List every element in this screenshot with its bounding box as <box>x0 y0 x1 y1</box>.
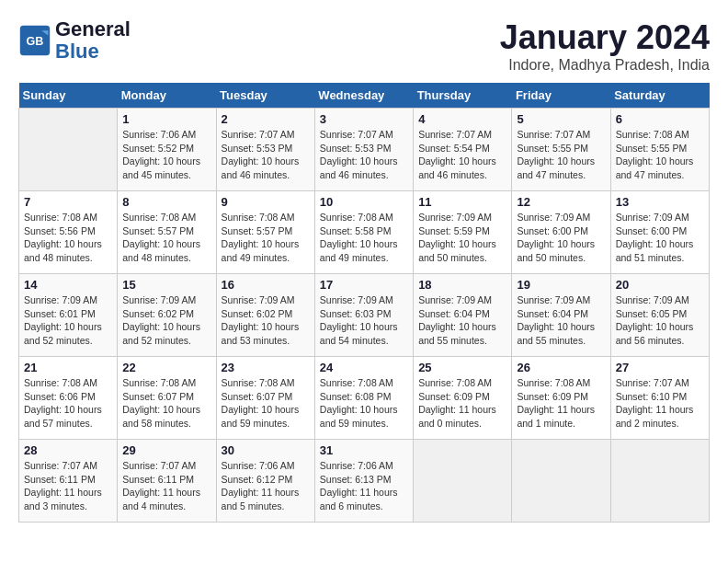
day-info: Sunrise: 7:08 AM Sunset: 5:56 PM Dayligh… <box>24 211 112 265</box>
calendar-cell: 14Sunrise: 7:09 AM Sunset: 6:01 PM Dayli… <box>19 274 118 357</box>
day-number: 19 <box>517 278 605 292</box>
month-title: January 2024 <box>500 18 710 57</box>
day-number: 10 <box>320 195 408 209</box>
day-number: 7 <box>24 195 112 209</box>
calendar-cell: 21Sunrise: 7:08 AM Sunset: 6:06 PM Dayli… <box>19 357 118 440</box>
day-number: 28 <box>24 443 112 457</box>
calendar-cell: 22Sunrise: 7:08 AM Sunset: 6:07 PM Dayli… <box>118 357 216 440</box>
day-info: Sunrise: 7:09 AM Sunset: 6:05 PM Dayligh… <box>616 293 704 348</box>
col-saturday: Saturday <box>610 83 709 109</box>
calendar-week-5: 28Sunrise: 7:07 AM Sunset: 6:11 PM Dayli… <box>19 440 710 523</box>
day-number: 25 <box>418 361 506 374</box>
calendar-cell: 5Sunrise: 7:07 AM Sunset: 5:55 PM Daylig… <box>512 109 610 191</box>
day-number: 6 <box>616 112 704 126</box>
calendar-cell: 8Sunrise: 7:08 AM Sunset: 5:57 PM Daylig… <box>118 191 216 274</box>
day-info: Sunrise: 7:07 AM Sunset: 5:53 PM Dayligh… <box>320 128 408 182</box>
calendar-cell: 29Sunrise: 7:07 AM Sunset: 6:11 PM Dayli… <box>118 440 216 523</box>
day-number: 26 <box>517 361 605 374</box>
day-info: Sunrise: 7:08 AM Sunset: 6:06 PM Dayligh… <box>24 376 112 431</box>
calendar-week-2: 7Sunrise: 7:08 AM Sunset: 5:56 PM Daylig… <box>19 191 710 274</box>
calendar-cell: 4Sunrise: 7:07 AM Sunset: 5:54 PM Daylig… <box>414 109 512 191</box>
col-friday: Friday <box>512 83 610 109</box>
day-info: Sunrise: 7:08 AM Sunset: 6:07 PM Dayligh… <box>122 376 210 431</box>
day-number: 3 <box>320 112 408 126</box>
calendar-cell: 24Sunrise: 7:08 AM Sunset: 6:08 PM Dayli… <box>314 357 413 440</box>
col-thursday: Thursday <box>414 83 512 109</box>
calendar-cell: 23Sunrise: 7:08 AM Sunset: 6:07 PM Dayli… <box>216 357 314 440</box>
day-number: 17 <box>320 278 408 292</box>
day-info: Sunrise: 7:08 AM Sunset: 5:58 PM Dayligh… <box>320 211 408 265</box>
calendar-cell: 26Sunrise: 7:08 AM Sunset: 6:09 PM Dayli… <box>512 357 610 440</box>
day-info: Sunrise: 7:09 AM Sunset: 6:04 PM Dayligh… <box>517 293 605 348</box>
title-block: January 2024 Indore, Madhya Pradesh, Ind… <box>500 18 710 74</box>
col-monday: Monday <box>118 83 216 109</box>
day-info: Sunrise: 7:07 AM Sunset: 5:53 PM Dayligh… <box>222 128 310 182</box>
calendar-cell: 3Sunrise: 7:07 AM Sunset: 5:53 PM Daylig… <box>314 109 413 191</box>
day-info: Sunrise: 7:08 AM Sunset: 6:08 PM Dayligh… <box>320 376 408 431</box>
calendar-cell: 30Sunrise: 7:06 AM Sunset: 6:12 PM Dayli… <box>216 440 314 523</box>
calendar-cell: 6Sunrise: 7:08 AM Sunset: 5:55 PM Daylig… <box>610 109 709 191</box>
day-info: Sunrise: 7:08 AM Sunset: 6:09 PM Dayligh… <box>418 376 506 431</box>
page-header: GB General Blue January 2024 Indore, Mad… <box>18 18 710 74</box>
day-number: 4 <box>418 112 506 126</box>
day-number: 22 <box>122 361 210 374</box>
calendar-cell: 28Sunrise: 7:07 AM Sunset: 6:11 PM Dayli… <box>19 440 118 523</box>
day-info: Sunrise: 7:07 AM Sunset: 6:11 PM Dayligh… <box>122 459 210 513</box>
day-info: Sunrise: 7:09 AM Sunset: 6:00 PM Dayligh… <box>616 211 704 265</box>
day-info: Sunrise: 7:07 AM Sunset: 6:11 PM Dayligh… <box>24 459 112 513</box>
logo-text: General Blue <box>55 18 131 63</box>
day-info: Sunrise: 7:08 AM Sunset: 5:57 PM Dayligh… <box>122 211 210 265</box>
col-sunday: Sunday <box>19 83 118 109</box>
day-number: 13 <box>616 195 704 209</box>
day-number: 18 <box>418 278 506 292</box>
day-number: 8 <box>122 195 210 209</box>
day-info: Sunrise: 7:07 AM Sunset: 6:10 PM Dayligh… <box>616 376 704 431</box>
day-number: 20 <box>616 278 704 292</box>
day-number: 31 <box>320 443 408 457</box>
day-number: 30 <box>222 443 310 457</box>
day-number: 29 <box>122 443 210 457</box>
day-number: 16 <box>222 278 310 292</box>
calendar-cell: 20Sunrise: 7:09 AM Sunset: 6:05 PM Dayli… <box>610 274 709 357</box>
calendar-cell: 19Sunrise: 7:09 AM Sunset: 6:04 PM Dayli… <box>512 274 610 357</box>
calendar-cell <box>19 109 118 191</box>
svg-text:GB: GB <box>27 35 44 48</box>
calendar-table: Sunday Monday Tuesday Wednesday Thursday… <box>18 83 710 523</box>
day-number: 12 <box>517 195 605 209</box>
logo-icon: GB <box>18 24 51 57</box>
day-info: Sunrise: 7:09 AM Sunset: 6:01 PM Dayligh… <box>24 293 112 348</box>
calendar-cell: 11Sunrise: 7:09 AM Sunset: 5:59 PM Dayli… <box>414 191 512 274</box>
calendar-cell: 25Sunrise: 7:08 AM Sunset: 6:09 PM Dayli… <box>414 357 512 440</box>
day-number: 27 <box>616 361 704 374</box>
day-number: 15 <box>122 278 210 292</box>
calendar-cell <box>414 440 512 523</box>
calendar-cell <box>610 440 709 523</box>
day-number: 11 <box>418 195 506 209</box>
day-number: 21 <box>24 361 112 374</box>
day-info: Sunrise: 7:08 AM Sunset: 5:57 PM Dayligh… <box>222 211 310 265</box>
day-info: Sunrise: 7:09 AM Sunset: 5:59 PM Dayligh… <box>418 211 506 265</box>
calendar-header-row: Sunday Monday Tuesday Wednesday Thursday… <box>19 83 710 109</box>
location-subtitle: Indore, Madhya Pradesh, India <box>500 57 710 74</box>
day-info: Sunrise: 7:09 AM Sunset: 6:02 PM Dayligh… <box>122 293 210 348</box>
calendar-cell: 2Sunrise: 7:07 AM Sunset: 5:53 PM Daylig… <box>216 109 314 191</box>
col-tuesday: Tuesday <box>216 83 314 109</box>
calendar-cell: 31Sunrise: 7:06 AM Sunset: 6:13 PM Dayli… <box>314 440 413 523</box>
day-number: 23 <box>222 361 310 374</box>
day-number: 24 <box>320 361 408 374</box>
day-info: Sunrise: 7:08 AM Sunset: 5:55 PM Dayligh… <box>616 128 704 182</box>
day-info: Sunrise: 7:06 AM Sunset: 6:12 PM Dayligh… <box>222 459 310 513</box>
calendar-cell: 7Sunrise: 7:08 AM Sunset: 5:56 PM Daylig… <box>19 191 118 274</box>
day-info: Sunrise: 7:09 AM Sunset: 6:02 PM Dayligh… <box>222 293 310 348</box>
calendar-cell: 12Sunrise: 7:09 AM Sunset: 6:00 PM Dayli… <box>512 191 610 274</box>
day-info: Sunrise: 7:09 AM Sunset: 6:00 PM Dayligh… <box>517 211 605 265</box>
day-info: Sunrise: 7:07 AM Sunset: 5:54 PM Dayligh… <box>418 128 506 182</box>
calendar-cell: 18Sunrise: 7:09 AM Sunset: 6:04 PM Dayli… <box>414 274 512 357</box>
day-number: 5 <box>517 112 605 126</box>
day-info: Sunrise: 7:09 AM Sunset: 6:03 PM Dayligh… <box>320 293 408 348</box>
calendar-cell: 27Sunrise: 7:07 AM Sunset: 6:10 PM Dayli… <box>610 357 709 440</box>
calendar-cell: 10Sunrise: 7:08 AM Sunset: 5:58 PM Dayli… <box>314 191 413 274</box>
day-info: Sunrise: 7:06 AM Sunset: 5:52 PM Dayligh… <box>122 128 210 182</box>
calendar-week-1: 1Sunrise: 7:06 AM Sunset: 5:52 PM Daylig… <box>19 109 710 191</box>
calendar-week-4: 21Sunrise: 7:08 AM Sunset: 6:06 PM Dayli… <box>19 357 710 440</box>
